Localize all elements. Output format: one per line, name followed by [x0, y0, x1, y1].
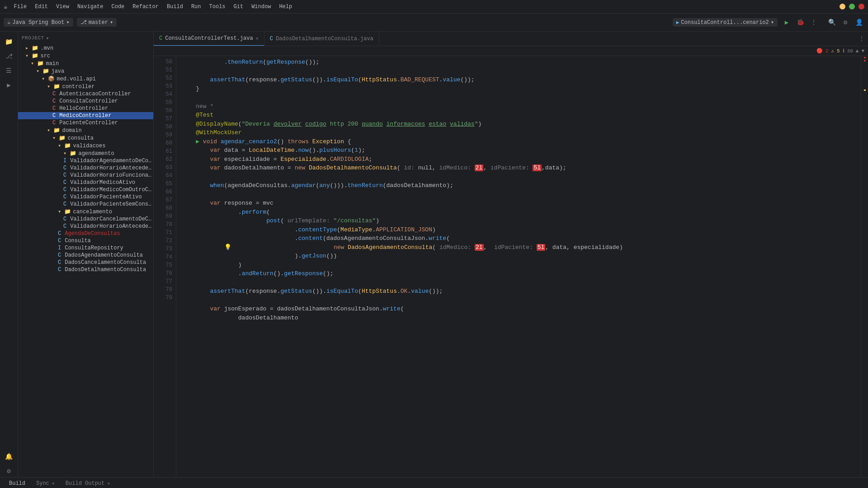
bottom-tab-sync-close[interactable]: ✕: [52, 481, 55, 486]
tree-item-autenticacao[interactable]: C AutenticacaoController: [18, 90, 153, 98]
tree-item-cancelamento-folder[interactable]: ▾ 📁 cancelamento: [18, 208, 153, 216]
tree-item-dados-detalhamento[interactable]: C DadosDetalhamentoConsulta: [18, 266, 153, 273]
menu-build[interactable]: Build: [163, 3, 187, 11]
bottom-tab-build[interactable]: Build: [4, 478, 31, 488]
tree-item-consulta-controller[interactable]: C ConsultaController: [18, 98, 153, 105]
sidebar-structure-icon[interactable]: ☰: [3, 64, 15, 77]
java-class-icon: C: [58, 267, 61, 273]
title-bar: ☕ File Edit View Navigate Code Refactor …: [0, 0, 868, 14]
tree-item-dados-agendamento[interactable]: C DadosAgendamentoConsulta: [18, 252, 153, 259]
settings-button[interactable]: ⚙: [840, 17, 851, 28]
tree-item-label: AutenticacaoController: [59, 91, 131, 97]
tree-item-validador-horario-ant2[interactable]: C ValidadorHorarioAntecedenci...: [18, 223, 153, 230]
tree-item-validador-medico-outro[interactable]: C ValidadorMedicoComOutroCo...: [18, 186, 153, 193]
tree-item-hello[interactable]: C HelloController: [18, 105, 153, 112]
bottom-tab-build-label: Build: [9, 480, 25, 487]
project-tree-dropdown[interactable]: ▾: [46, 35, 49, 41]
menu-navigate[interactable]: Navigate: [74, 3, 107, 11]
folder-icon: ▾ 📁: [36, 68, 49, 75]
bottom-tab-sync[interactable]: Sync ✕: [31, 478, 60, 488]
tree-item-label: Consulta: [65, 238, 91, 244]
code-line-61: var especialidade = Especialidade.CARDIO…: [182, 155, 855, 164]
menu-git[interactable]: Git: [230, 3, 247, 11]
tree-item-label: DadosCancelamentoConsulta: [65, 259, 146, 266]
minimize-button[interactable]: [840, 4, 845, 9]
code-area[interactable]: .thenReturn(getResponse()); assertThat(r…: [176, 56, 861, 477]
tree-item-dados-cancelamento[interactable]: C DadosCancelamentoConsulta: [18, 259, 153, 266]
sidebar-project-icon[interactable]: 📁: [3, 35, 15, 48]
right-scroll-gutter[interactable]: [861, 56, 868, 477]
tree-item-label: DadosDetalhamentoConsulta: [65, 267, 146, 273]
run-button[interactable]: ▶: [781, 17, 792, 28]
menu-view[interactable]: View: [52, 3, 73, 11]
account-button[interactable]: 👤: [854, 17, 864, 28]
tree-item-validador-horario-func[interactable]: C ValidadorHorarioFuncionamen...: [18, 172, 153, 179]
code-line-74: .andReturn().getResponse();: [182, 269, 855, 278]
tree-item-validador-horario-ant[interactable]: C ValidadorHorarioAntecedenci...: [18, 164, 153, 172]
tree-item-validacoes[interactable]: ▾ 📁 validacoes: [18, 142, 153, 150]
close-button[interactable]: [859, 4, 864, 9]
tree-item-consulta-class[interactable]: C Consulta: [18, 237, 153, 244]
branch-selector[interactable]: ⎇ master ▾: [77, 18, 117, 27]
tree-item-src[interactable]: ▾ 📁 src: [18, 52, 153, 60]
tree-item-paciente-controller[interactable]: C PacienteController: [18, 119, 153, 127]
menu-code[interactable]: Code: [108, 3, 128, 11]
tab-bar-more[interactable]: ⋮: [855, 35, 868, 42]
menu-edit[interactable]: Edit: [31, 3, 52, 11]
menu-file[interactable]: File: [10, 3, 30, 11]
menu-refactor[interactable]: Refactor: [129, 3, 162, 11]
tree-item-package[interactable]: ▾ 📦 med.voll.api: [18, 75, 153, 83]
tree-item-java[interactable]: ▾ 📁 java: [18, 67, 153, 75]
error-count: 2: [826, 48, 829, 54]
bottom-tab-build-output[interactable]: Build Output ✕: [60, 478, 115, 488]
tab-close-button[interactable]: ✕: [256, 36, 259, 41]
tree-item-label: MedicoController: [59, 113, 111, 119]
tree-item-validador-agendamento[interactable]: I ValidadorAgendamentoDeCon...: [18, 157, 153, 164]
maximize-button[interactable]: [849, 4, 855, 9]
interface-icon: I: [58, 245, 61, 251]
menu-help[interactable]: Help: [275, 3, 296, 11]
chevron-up-icon[interactable]: ▲: [856, 48, 859, 54]
tree-item-medico[interactable]: C MedicoController: [18, 112, 153, 119]
tree-item-controller-folder[interactable]: ▾ 📁 controller: [18, 83, 153, 90]
tree-item-consulta-repo[interactable]: I ConsultaRepository: [18, 244, 153, 252]
project-selector[interactable]: ☕ Java Spring Boot ▾: [4, 18, 73, 27]
run-config-label: ConsultaControll...cenario2: [681, 19, 769, 26]
tab-consulta-controller-test[interactable]: C ConsultaControllerTest.java ✕: [154, 32, 264, 46]
tab-dados-detalhamento[interactable]: C DadosDetalhamentoConsulta.java: [264, 32, 379, 46]
tree-item-validador-paciente-sem[interactable]: C ValidadorPacienteSemConsult...: [18, 201, 153, 208]
search-button[interactable]: 🔍: [826, 17, 837, 28]
tree-item-validador-medico-ativo[interactable]: C ValidadorMedicoAtivo: [18, 179, 153, 186]
run-config-selector[interactable]: ▶ ConsultaControll...cenario2 ▾: [673, 18, 778, 27]
menu-tools[interactable]: Tools: [206, 3, 229, 11]
sidebar-run-icon[interactable]: ▶: [3, 79, 15, 91]
menu-run[interactable]: Run: [188, 3, 205, 11]
bottom-tab-build-output-close[interactable]: ✕: [107, 481, 110, 486]
folder-icon: ▾ 📁: [47, 127, 60, 134]
tree-item-agenda[interactable]: C AgendaDeConsultas: [18, 230, 153, 237]
tree-item-label: cancelamento: [73, 209, 112, 215]
tree-item-domain-folder[interactable]: ▾ 📁 domain: [18, 127, 153, 134]
tree-item-main[interactable]: ▾ 📁 main: [18, 60, 153, 67]
menu-window[interactable]: Window: [248, 3, 274, 11]
line-numbers: 50 51 52 53 54 55 56 57 58 59 60 61 62 6…: [154, 56, 176, 477]
chevron-down-icon[interactable]: ▼: [861, 48, 864, 54]
sidebar-git-icon[interactable]: ⎇: [3, 50, 15, 62]
sidebar-settings-bottom-icon[interactable]: ⚙: [3, 465, 15, 477]
tree-item-consulta-folder[interactable]: ▾ 📁 consulta: [18, 134, 153, 142]
debug-button[interactable]: 🐞: [795, 17, 806, 28]
tree-item-validador-paciente-ativo[interactable]: C ValidadorPacienteAtivo: [18, 193, 153, 201]
code-line-50: .thenReturn(getResponse());: [182, 58, 855, 67]
tree-item-agendamento-folder[interactable]: ▾ 📁 agendamento: [18, 150, 153, 157]
tree-item-validador-cancelamento[interactable]: C ValidadorCancelamentoDeCo...: [18, 216, 153, 223]
folder-icon: ▾ 📁: [25, 52, 38, 59]
java-class-icon: C: [63, 187, 66, 193]
app-icon: ☕: [4, 3, 7, 10]
sidebar-notifications-icon[interactable]: 🔔: [3, 450, 15, 463]
tree-item-mvn[interactable]: ▸ 📁 .mvn: [18, 44, 153, 52]
tree-item-label: ConsultaController: [59, 98, 118, 104]
java-class-icon: C: [58, 238, 61, 244]
warning-icon: ⚠: [831, 48, 834, 54]
folder-icon: ▾ 📁: [63, 150, 76, 157]
more-button[interactable]: ⋮: [808, 17, 819, 28]
